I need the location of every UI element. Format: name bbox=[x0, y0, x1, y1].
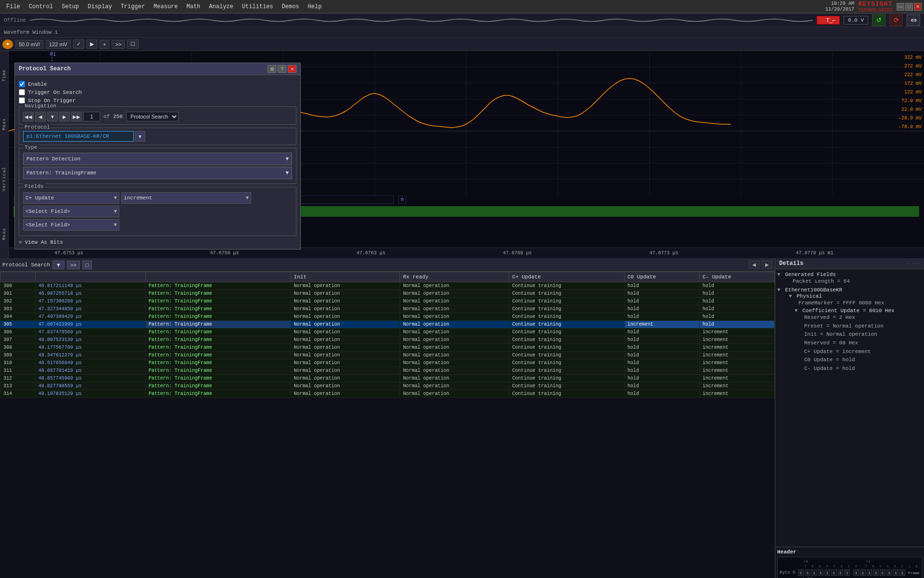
protocol-dropdown-button[interactable]: ▼ bbox=[135, 131, 145, 142]
byte0-bit6: 1 bbox=[805, 569, 810, 576]
dialog-settings-button[interactable]: ⚙ bbox=[268, 65, 276, 73]
coeff-update-label[interactable]: ▼ Coefficient Update = 8010 Hex bbox=[789, 308, 922, 314]
table-row[interactable]: 30247.157300288 μsPattern: TrainingFrame… bbox=[0, 298, 775, 305]
nav-last-button[interactable]: ▶▶ bbox=[71, 112, 82, 121]
cell-type: Pattern: TrainingFrame bbox=[145, 344, 291, 352]
table-row[interactable]: 31449.197835129 μsPattern: TrainingFrame… bbox=[0, 390, 775, 398]
add-button[interactable]: + bbox=[100, 40, 109, 49]
menu-analyze[interactable]: Analyze bbox=[205, 2, 237, 12]
table-row[interactable]: 31248.857745989 μsPattern: TrainingFrame… bbox=[0, 375, 775, 382]
cell-cp: Continue training bbox=[509, 352, 624, 359]
table-row[interactable]: 30046.817211148 μsPattern: TrainingFrame… bbox=[0, 282, 775, 290]
table-row[interactable]: 30848.177567709 μsPattern: TrainingFrame… bbox=[0, 344, 775, 352]
close-button[interactable]: ✕ bbox=[914, 3, 922, 11]
pattern-detection-dropdown[interactable]: Pattern Detection ▼ bbox=[23, 153, 292, 165]
auto-scale-button[interactable]: ⇔ bbox=[907, 14, 920, 26]
minimize-button[interactable]: — bbox=[897, 3, 904, 11]
trigger-search-checkbox[interactable] bbox=[19, 89, 25, 95]
field3-name-dropdown[interactable]: <Select Field> ▼ bbox=[23, 219, 119, 231]
details-tree: ▼ Generated Fields Packet Length = 64 ▼ … bbox=[775, 269, 924, 547]
enable-checkbox[interactable] bbox=[19, 81, 25, 87]
protocol-text: p1:Ethernet 100GBASE-KR/CR bbox=[26, 133, 109, 139]
table-row[interactable]: 30948.347612279 μsPattern: TrainingFrame… bbox=[0, 352, 775, 359]
table-row[interactable]: 31349.027790559 μsPattern: TrainingFrame… bbox=[0, 382, 775, 390]
nav-first-button[interactable]: ◀◀ bbox=[23, 112, 34, 121]
col-header-num bbox=[0, 272, 36, 282]
field1-name-dropdown[interactable]: C+ Update ▼ bbox=[23, 192, 119, 204]
channel-scale-button[interactable]: 50.0 mV/ bbox=[15, 40, 43, 49]
table-row[interactable]: 31048.517656849 μsPattern: TrainingFrame… bbox=[0, 359, 775, 367]
cell-init: Normal operation bbox=[291, 344, 400, 352]
menu-display[interactable]: Display bbox=[84, 2, 116, 12]
header-section: Header +0 +1 7 6 5 4 3 2 bbox=[775, 547, 924, 578]
time-tick-3: 47.6763 μs bbox=[357, 250, 385, 256]
menu-trigger[interactable]: Trigger bbox=[117, 2, 149, 12]
menu-control[interactable]: Control bbox=[25, 2, 57, 12]
trigger-icon: ● bbox=[821, 17, 824, 23]
nav-prev-button[interactable]: ◀ bbox=[35, 112, 46, 121]
table-row[interactable]: 30447.497389429 μsPattern: TrainingFrame… bbox=[0, 313, 775, 321]
square-button[interactable]: ☐ bbox=[127, 39, 139, 49]
menu-measure[interactable]: Measure bbox=[150, 2, 181, 12]
menu-setup[interactable]: Setup bbox=[58, 2, 83, 12]
table-dropdown-button[interactable]: ▼ bbox=[52, 261, 64, 269]
field2-name-dropdown[interactable]: <Select Field> ▼ bbox=[23, 206, 119, 217]
table-expand-button[interactable]: >> bbox=[67, 261, 80, 269]
menu-demos[interactable]: Demos bbox=[278, 2, 303, 12]
menu-help[interactable]: Help bbox=[304, 2, 326, 12]
bit-4: 4 bbox=[824, 565, 830, 568]
cell-cp: Continue training bbox=[509, 367, 624, 375]
scroll-right-button[interactable]: ▶ bbox=[762, 261, 772, 269]
table-row[interactable]: 31148.687701419 μsPattern: TrainingFrame… bbox=[0, 367, 775, 375]
byte0-row: Byte 0 1 1 1 1 1 1 1 1 1 1 1 1 bbox=[780, 569, 920, 576]
table-row[interactable]: 30146.987255718 μsPattern: TrainingFrame… bbox=[0, 290, 775, 298]
main-content: Time Meas Vertical Meas bbox=[0, 51, 924, 578]
nav-next-button[interactable]: ▶ bbox=[59, 112, 70, 121]
cell-c0: hold bbox=[624, 298, 699, 305]
cell-cm: increment bbox=[699, 359, 774, 367]
run-button[interactable]: ↺ bbox=[872, 14, 886, 26]
dialog-help-button[interactable]: ? bbox=[278, 65, 286, 73]
cell-time: 48.177567709 μs bbox=[35, 344, 145, 352]
run-mode-button[interactable]: ▶ bbox=[87, 39, 97, 49]
trigger-search-label[interactable]: Trigger On Search bbox=[28, 90, 82, 95]
nav-dropdown-button[interactable]: ▼ bbox=[47, 112, 58, 121]
cell-time: 46.987255718 μs bbox=[35, 290, 145, 298]
physical-label[interactable]: ▼ Physical bbox=[783, 293, 922, 299]
offline-bar: Offline ● T_⌐ 0.0 V ↺ ⟳ ⇔ bbox=[0, 13, 924, 27]
byte0-bit1: 1 bbox=[838, 569, 844, 576]
menu-file[interactable]: File bbox=[2, 2, 24, 12]
enable-label[interactable]: Enable bbox=[28, 81, 47, 87]
table-row[interactable]: 30347.327344859 μsPattern: TrainingFrame… bbox=[0, 305, 775, 313]
table-settings-button[interactable]: □ bbox=[82, 261, 92, 269]
table-row[interactable]: 30748.007523139 μsPattern: TrainingFrame… bbox=[0, 336, 775, 344]
channel-value-button[interactable]: 122 mV bbox=[46, 40, 71, 49]
expand-icon[interactable]: ⊕ bbox=[19, 239, 22, 245]
table-row[interactable]: 30647.837478569 μsPattern: TrainingFrame… bbox=[0, 328, 775, 336]
field1-value-dropdown[interactable]: increment ▼ bbox=[121, 192, 251, 204]
stop-button[interactable]: ⟳ bbox=[889, 14, 903, 26]
menu-math[interactable]: Math bbox=[183, 2, 205, 12]
maximize-button[interactable]: □ bbox=[905, 3, 913, 11]
cell-type: Pattern: TrainingFrame bbox=[145, 336, 291, 344]
bit-sub-headers: 7 6 5 4 3 2 1 0 7 6 5 4 3 2 bbox=[802, 565, 920, 568]
cell-cp: Continue training bbox=[509, 298, 624, 305]
stop-trigger-label[interactable]: Stop On Trigger bbox=[28, 98, 76, 104]
pattern-training-dropdown[interactable]: Pattern: TrainingFrame ▼ bbox=[23, 167, 292, 179]
cell-c0: hold bbox=[624, 390, 699, 398]
cell-cp: Continue training bbox=[509, 382, 624, 390]
dialog-close-button[interactable]: ✕ bbox=[288, 65, 296, 73]
table-row[interactable]: 30547.667433999 μsPattern: TrainingFrame… bbox=[0, 321, 775, 328]
trigger-button[interactable]: ● T_⌐ bbox=[817, 16, 840, 25]
check-button[interactable]: ✓ bbox=[73, 39, 84, 49]
forward-button[interactable]: >> bbox=[112, 40, 125, 49]
scroll-left-button[interactable]: ◀ bbox=[749, 261, 759, 269]
channel-indicator: ● bbox=[2, 39, 13, 49]
waveform-toolbar: ● 50.0 mV/ 122 mV ✓ ▶ + >> ☐ bbox=[0, 38, 924, 51]
protocol-table-area: Protocol Search ▼ >> □ ◀ ▶ bbox=[0, 258, 775, 578]
ethernet-label[interactable]: ▼ Ethernet100GBaseKR bbox=[777, 287, 922, 293]
generated-fields-label[interactable]: ▼ Generated Fields bbox=[777, 272, 922, 277]
nav-current-input[interactable] bbox=[83, 112, 100, 121]
nav-search-dropdown[interactable]: Protocol Search bbox=[126, 112, 179, 121]
menu-utilities[interactable]: Utilities bbox=[238, 2, 277, 12]
